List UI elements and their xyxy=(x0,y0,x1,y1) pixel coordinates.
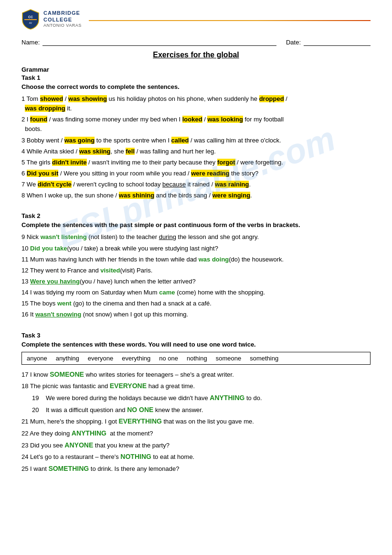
sentence-19: 19 We were bored during the holidays bec… xyxy=(21,393,371,403)
name-date-row: Name: Date: xyxy=(21,38,371,46)
svg-rect-1 xyxy=(24,19,37,20)
sentence-11: 11 Mum was having lunch with her friends… xyxy=(21,255,371,264)
svg-text:AV: AV xyxy=(29,22,32,24)
word-noone: no one xyxy=(159,355,178,362)
word-anything: anything xyxy=(56,355,79,362)
word-everyone: everyone xyxy=(88,355,113,362)
task2-label: Task 2 xyxy=(21,212,371,219)
sentence-13: 13 Were you having(you / have) lunch whe… xyxy=(21,277,371,286)
task3-instruction: Complete the sentences with these words.… xyxy=(21,341,371,348)
name-field xyxy=(42,38,276,46)
task1-section: Task 1 Choose the correct words to compl… xyxy=(21,74,371,200)
task2-section: Task 2 Complete the sentences with the p… xyxy=(21,212,371,319)
header: CC AV CAMBRIDGE COLLEGE ANTONIO VARAS xyxy=(21,9,371,30)
sentence-6: 6 Did you sit / Were you sitting in your… xyxy=(21,169,371,178)
sentence-14: 14 I was tidying my room on Saturday whe… xyxy=(21,288,371,297)
word-something: something xyxy=(250,355,278,362)
brand-line2: COLLEGE xyxy=(43,17,82,23)
shield-icon: CC AV xyxy=(21,9,40,30)
task2-instruction: Complete the sentences with the past sim… xyxy=(21,221,371,229)
sentence-21: 21 Mum, here's the shopping. I got EVERY… xyxy=(21,416,371,427)
sentence-2: 2 I found / was finding some money under… xyxy=(21,115,371,134)
name-label: Name: xyxy=(21,39,40,46)
sentence-23: 23 Did you see ANYONE that you knew at t… xyxy=(21,440,371,451)
sentence-8: 8 When I woke up, the sun shone / was sh… xyxy=(21,191,371,200)
sentence-22: 22 Are they doing ANYTHING at the moment… xyxy=(21,428,371,439)
task1-label: Task 1 xyxy=(21,74,371,81)
page: CC AV CAMBRIDGE COLLEGE ANTONIO VARAS ES… xyxy=(0,0,392,555)
task3-label: Task 3 xyxy=(21,332,371,339)
sentence-25: 25 I want SOMETHING to drink. Is there a… xyxy=(21,464,371,474)
sentence-12: 12 They went to France and visited(visit… xyxy=(21,266,371,275)
sentence-18: 18 The picnic was fantastic and EVERYONE… xyxy=(21,381,371,392)
sentence-4: 4 While Anita skied / was skiing, she fe… xyxy=(21,147,371,156)
page-title: Exercises for the global xyxy=(21,51,371,59)
sentence-1: 1 Tom showed / was showing us his holida… xyxy=(21,94,371,113)
word-nothing: nothing xyxy=(187,355,207,362)
brand-line3: ANTONIO VARAS xyxy=(43,23,82,28)
sentence-17: 17 I know SOMEONE who writes stories for… xyxy=(21,370,371,380)
logo-text: CAMBRIDGE COLLEGE ANTONIO VARAS xyxy=(43,10,82,28)
sentence-20: 20 It was a difficult question and NO ON… xyxy=(21,405,371,415)
word-everything: everything xyxy=(122,355,150,362)
sentence-16: 16 It wasn't snowing (not snow) when I g… xyxy=(21,310,371,319)
sentence-9: 9 Nick wasn't listening (not listen) to … xyxy=(21,232,371,242)
logo: CC AV CAMBRIDGE COLLEGE ANTONIO VARAS xyxy=(21,9,82,30)
brand-line1: CAMBRIDGE xyxy=(43,10,82,16)
sentence-5: 5 The girls didn't invite / wasn't invit… xyxy=(21,158,371,167)
date-label: Date: xyxy=(286,39,301,46)
sentence-7: 7 We didn't cycle / weren't cycling to s… xyxy=(21,180,371,189)
task3-section: Task 3 Complete the sentences with these… xyxy=(21,332,371,474)
header-divider xyxy=(89,20,371,21)
sentence-15: 15 The boys went (go) to the cinema and … xyxy=(21,299,371,308)
svg-text:CC: CC xyxy=(28,15,33,19)
task1-instruction: Choose the correct words to complete the… xyxy=(21,83,371,90)
sentence-24: 24 Let's go to a restaurant – there's NO… xyxy=(21,452,371,462)
sentence-3: 3 Bobby went / was going to the sports c… xyxy=(21,136,371,145)
sentence-10: 10 Did you take(you / take) a break whil… xyxy=(21,244,371,253)
grammar-section: Grammar xyxy=(21,66,371,73)
date-field xyxy=(304,38,371,46)
word-box: anyone anything everyone everything no o… xyxy=(21,352,371,365)
word-anyone: anyone xyxy=(27,355,47,362)
word-someone: someone xyxy=(216,355,241,362)
